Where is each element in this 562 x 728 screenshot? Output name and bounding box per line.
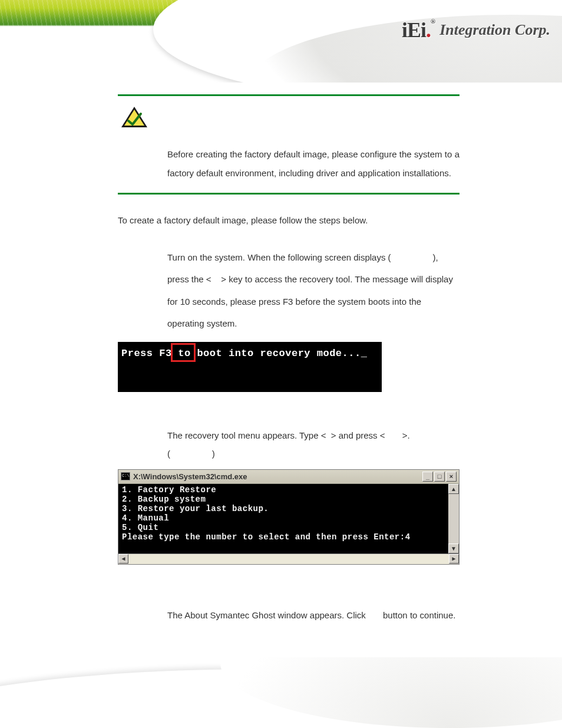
header-banner: iEi.® Integration Corp. [0, 0, 562, 83]
intro-paragraph: To create a factory default image, pleas… [118, 211, 459, 230]
step-2-text: The recovery tool menu appears. Type < >… [118, 426, 459, 463]
main-content: Before creating the factory default imag… [118, 94, 459, 624]
figure-boot-screen: Press F3 to boot into recovery mode..._ [118, 342, 382, 392]
window-controls: _ □ × [422, 472, 457, 482]
scroll-left-button[interactable]: ◄ [118, 554, 128, 564]
note-icon [121, 107, 147, 127]
step-1-text: Turn on the system. When the following s… [118, 246, 459, 335]
figure-recovery-menu: X:\Windows\System32\cmd.exe _ □ × 1. Fac… [118, 469, 459, 565]
scroll-track[interactable] [128, 554, 449, 564]
note-rule-top [118, 94, 459, 96]
cmd-output: 1. Factory Restore 2. Backup system 3. R… [118, 484, 448, 554]
boot-screen-text: Press F3 to boot into recovery mode..._ [121, 348, 367, 359]
step-3-text: The About Symantec Ghost window appears.… [118, 606, 459, 625]
note-text: Before creating the factory default imag… [118, 133, 459, 193]
footer-banner [0, 657, 562, 728]
brand-logo-text: iEi [402, 18, 426, 42]
note-rule-bottom [118, 193, 459, 195]
f3-key-highlight [171, 343, 196, 362]
maximize-button[interactable]: □ [434, 472, 445, 482]
close-button[interactable]: × [446, 472, 457, 482]
cmd-title-bar: X:\Windows\System32\cmd.exe _ □ × [118, 470, 459, 484]
brand-block: iEi.® Integration Corp. [402, 18, 550, 42]
cmd-title-text: X:\Windows\System32\cmd.exe [133, 472, 422, 481]
horizontal-scrollbar[interactable]: ◄ ► [118, 554, 459, 564]
vertical-scrollbar[interactable]: ▲ ▼ [448, 484, 459, 554]
scroll-right-button[interactable]: ► [449, 554, 459, 564]
brand-company: Integration Corp. [439, 21, 550, 39]
minimize-button[interactable]: _ [422, 472, 433, 482]
scroll-down-button[interactable]: ▼ [448, 543, 459, 554]
brand-logo: iEi.® [402, 18, 435, 42]
scroll-up-button[interactable]: ▲ [448, 484, 459, 494]
cmd-title-icon [121, 472, 130, 480]
